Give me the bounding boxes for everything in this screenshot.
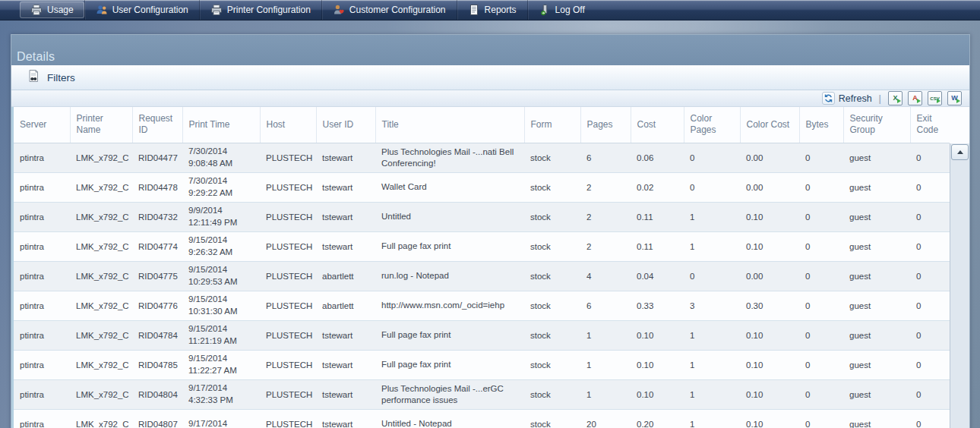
cell-host: PLUSTECH: [260, 320, 316, 350]
cell-cost: 0.04: [631, 261, 684, 291]
table-row[interactable]: ptintra LMK_x792_C RID04804 9/17/2014 4:…: [14, 379, 950, 409]
print-time: 11:22:27 AM: [188, 365, 254, 377]
cell-print-time: 9/15/2014 10:31:30 AM: [182, 291, 260, 320]
table-row[interactable]: ptintra LMK_x792_C RID04732 9/9/2014 12:…: [14, 202, 950, 231]
table-row[interactable]: ptintra LMK_x792_C RID04477 7/30/2014 9:…: [14, 143, 950, 172]
cell-exit-code: 0: [910, 143, 950, 172]
column-header-cost[interactable]: Cost: [631, 107, 684, 143]
cell-bytes: 0: [799, 409, 843, 428]
nav-item-customer-configuration[interactable]: Customer Configuration: [321, 0, 457, 20]
cell-exit-code: 0: [910, 350, 950, 379]
export-word-button[interactable]: W: [947, 91, 962, 105]
cell-color-pages: 1: [684, 409, 740, 428]
table-row[interactable]: ptintra LMK_x792_C RID04785 9/15/2014 11…: [14, 350, 950, 379]
column-header-bytes[interactable]: Bytes: [799, 107, 843, 143]
cell-bytes: 0: [799, 379, 843, 409]
table-row[interactable]: ptintra LMK_x792_C RID04774 9/15/2014 9:…: [14, 231, 950, 261]
export-pdf-button[interactable]: A: [908, 91, 922, 105]
column-header-form[interactable]: Form: [524, 107, 580, 143]
cell-cost: 0.11: [631, 202, 684, 231]
cell-color-cost: 0.10: [740, 409, 799, 428]
export-excel-button[interactable]: X: [888, 91, 903, 105]
cell-exit-code: 0: [910, 231, 950, 261]
cell-exit-code: 0: [910, 320, 950, 350]
column-header-exit-code[interactable]: Exit Code: [910, 107, 950, 143]
vertical-scrollbar[interactable]: [950, 143, 969, 428]
table-row[interactable]: ptintra LMK_x792_C RID04478 7/30/2014 9:…: [14, 172, 950, 202]
page-title: Details: [17, 50, 55, 64]
cell-color-cost: 0.00: [740, 172, 799, 202]
refresh-button[interactable]: Refresh: [822, 92, 872, 105]
cell-color-pages: 1: [684, 320, 740, 350]
print-date: 9/15/2014: [188, 353, 254, 365]
cell-user-id: tstewart: [316, 320, 375, 350]
column-header-print-time[interactable]: Print Time: [182, 107, 260, 143]
column-header-printer-name[interactable]: Printer Name: [70, 107, 132, 143]
column-header-host[interactable]: Host: [260, 107, 316, 143]
cell-exit-code: 0: [910, 409, 950, 428]
column-header-color-pages[interactable]: Color Pages: [684, 107, 740, 143]
cell-user-id: tstewart: [316, 231, 375, 261]
nav-item-user-configuration[interactable]: User Configuration: [84, 0, 199, 20]
cell-pages: 1: [580, 350, 631, 379]
cell-exit-code: 0: [910, 172, 950, 202]
cell-cost: 0.10: [631, 320, 684, 350]
filters-section[interactable]: Filters: [11, 65, 969, 90]
cell-pages: 2: [580, 231, 631, 261]
print-date: 9/15/2014: [188, 234, 254, 247]
column-header-request-id[interactable]: Request ID: [132, 107, 182, 143]
cell-security-group: guest: [843, 202, 910, 231]
column-header-pages[interactable]: Pages: [580, 107, 631, 143]
cell-exit-code: 0: [910, 261, 950, 291]
nav-item-usage[interactable]: Usage: [20, 2, 84, 18]
cell-title: Untitled - Notepad: [375, 409, 524, 428]
nav-item-log-off[interactable]: Log Off: [527, 0, 596, 20]
cell-printer-name: LMK_x792_C: [70, 291, 132, 320]
cell-color-pages: 0: [684, 172, 740, 202]
cell-server: ptintra: [14, 172, 70, 202]
cell-color-pages: 1: [684, 202, 740, 231]
filters-label: Filters: [47, 72, 75, 83]
cell-printer-name: LMK_x792_C: [70, 261, 132, 291]
cell-printer-name: LMK_x792_C: [70, 320, 132, 350]
filters-icon: [27, 69, 40, 86]
cell-pages: 1: [580, 379, 631, 409]
print-date: 7/30/2014: [188, 146, 254, 158]
cell-form: stock: [524, 172, 580, 202]
table-row[interactable]: ptintra LMK_x792_C RID04807 9/17/2014 PL…: [14, 409, 950, 428]
cell-request-id: RID04478: [132, 172, 182, 202]
refresh-label: Refresh: [839, 93, 872, 104]
cell-form: stock: [524, 350, 580, 379]
nav-item-printer-configuration[interactable]: Printer Configuration: [199, 0, 321, 20]
cell-security-group: guest: [843, 172, 910, 202]
nav-item-label: Customer Configuration: [349, 5, 446, 15]
print-time: 10:29:53 AM: [188, 276, 254, 288]
table-row[interactable]: ptintra LMK_x792_C RID04784 9/15/2014 11…: [14, 320, 950, 350]
nav-item-reports[interactable]: Reports: [457, 0, 527, 20]
cell-cost: 0.33: [631, 291, 684, 320]
cell-exit-code: 0: [910, 379, 950, 409]
table-row[interactable]: ptintra LMK_x792_C RID04776 9/15/2014 10…: [14, 291, 950, 320]
cell-server: ptintra: [14, 143, 70, 172]
cell-title: Full page fax print: [375, 231, 524, 261]
print-time: 10:31:30 AM: [188, 306, 254, 318]
column-header-title[interactable]: Title: [375, 107, 524, 143]
cell-color-pages: 3: [684, 291, 740, 320]
cell-printer-name: LMK_x792_C: [70, 379, 132, 409]
cell-print-time: 9/17/2014: [182, 409, 260, 428]
cell-host: PLUSTECH: [260, 409, 316, 428]
cell-security-group: guest: [843, 143, 910, 172]
cell-pages: 20: [580, 409, 631, 428]
cell-pages: 1: [580, 320, 631, 350]
export-csv-button[interactable]: CSV: [928, 91, 942, 105]
column-header-color-cost[interactable]: Color Cost: [740, 107, 799, 143]
cell-color-pages: 1: [684, 231, 740, 261]
column-header-user-id[interactable]: User ID: [316, 107, 375, 143]
column-header-security-group[interactable]: Security Group: [843, 107, 910, 143]
cell-user-id: tstewart: [316, 202, 375, 231]
cell-user-id: abartlett: [316, 291, 375, 320]
scroll-up-button[interactable]: [951, 144, 969, 160]
cell-server: ptintra: [14, 379, 70, 409]
table-row[interactable]: ptintra LMK_x792_C RID04775 9/15/2014 10…: [14, 261, 950, 291]
column-header-server[interactable]: Server: [14, 107, 70, 143]
